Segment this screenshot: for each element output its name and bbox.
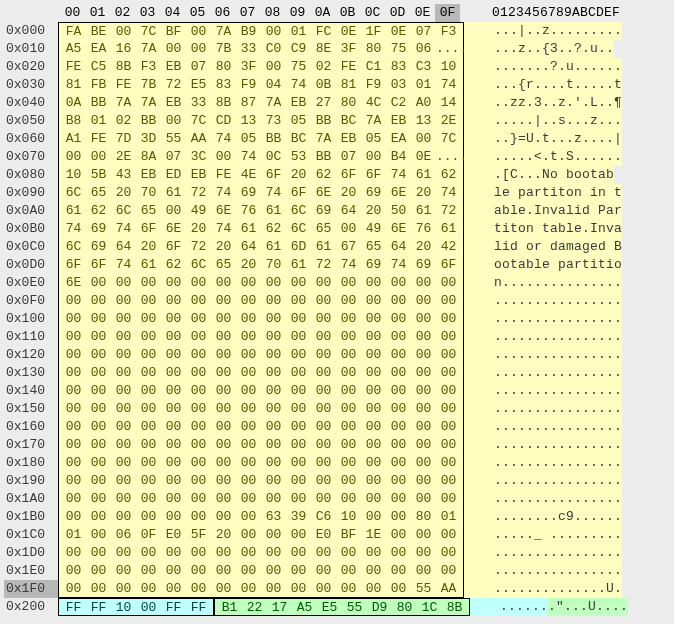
hex-byte[interactable]: 00 bbox=[386, 364, 411, 382]
hex-byte[interactable]: 61 bbox=[411, 202, 436, 220]
hex-byte[interactable]: 6C bbox=[111, 202, 136, 220]
hex-byte[interactable]: 00 bbox=[111, 364, 136, 382]
hex-byte[interactable]: AA bbox=[186, 130, 211, 148]
hex-bytes[interactable]: 00000000000000000000000000000000 bbox=[58, 472, 464, 490]
offset-cell[interactable]: 0x070 bbox=[4, 148, 58, 166]
hex-byte[interactable]: 00 bbox=[186, 490, 211, 508]
hex-byte[interactable]: 00 bbox=[61, 454, 86, 472]
hex-byte[interactable]: C0 bbox=[261, 40, 286, 58]
hex-byte[interactable]: B4 bbox=[386, 148, 411, 166]
hex-bytes[interactable]: 00000000000000000000000000000000 bbox=[58, 562, 464, 580]
offset-cell[interactable]: 0x0D0 bbox=[4, 256, 58, 274]
hex-byte[interactable]: 67 bbox=[336, 238, 361, 256]
hex-byte[interactable]: 55 bbox=[411, 580, 436, 597]
hex-byte[interactable]: 7C bbox=[436, 130, 461, 148]
hex-byte[interactable]: 72 bbox=[186, 184, 211, 202]
hex-byte[interactable]: 00 bbox=[236, 310, 261, 328]
hex-byte[interactable]: 0F bbox=[136, 526, 161, 544]
hex-byte[interactable]: 10 bbox=[111, 599, 136, 615]
hex-byte[interactable]: 20 bbox=[411, 238, 436, 256]
hex-byte[interactable]: 00 bbox=[286, 310, 311, 328]
col-header[interactable]: 02 bbox=[110, 4, 135, 22]
hex-byte[interactable]: 00 bbox=[436, 274, 461, 292]
hex-byte[interactable]: 7B bbox=[136, 76, 161, 94]
hex-bytes[interactable]: 00000000000000000000000000000000 bbox=[58, 292, 464, 310]
offset-cell[interactable]: 0x0A0 bbox=[4, 202, 58, 220]
hex-byte[interactable]: 00 bbox=[61, 418, 86, 436]
hex-byte[interactable]: 6E bbox=[61, 274, 86, 292]
hex-byte[interactable]: 00 bbox=[86, 526, 111, 544]
hex-byte[interactable]: 55 bbox=[161, 130, 186, 148]
hex-byte[interactable]: 00 bbox=[361, 274, 386, 292]
hex-byte[interactable]: 39 bbox=[286, 508, 311, 526]
hex-byte[interactable]: 00 bbox=[386, 508, 411, 526]
hex-byte[interactable]: 00 bbox=[136, 292, 161, 310]
hex-byte[interactable]: AA bbox=[436, 580, 461, 597]
hex-byte[interactable]: 00 bbox=[411, 526, 436, 544]
hex-byte[interactable]: 00 bbox=[336, 274, 361, 292]
hex-byte[interactable]: 6F bbox=[61, 256, 86, 274]
hex-byte[interactable]: 1F bbox=[361, 23, 386, 40]
hex-byte[interactable]: 65 bbox=[311, 220, 336, 238]
hex-byte[interactable]: 00 bbox=[286, 454, 311, 472]
hex-byte[interactable]: 00 bbox=[261, 328, 286, 346]
hex-byte[interactable]: 76 bbox=[236, 202, 261, 220]
hex-byte[interactable]: 00 bbox=[86, 580, 111, 597]
hex-byte[interactable]: 6C bbox=[61, 184, 86, 202]
hex-byte[interactable]: 00 bbox=[411, 436, 436, 454]
ascii-cell[interactable]: titon table.Inva bbox=[464, 220, 622, 238]
hex-byte[interactable]: 00 bbox=[186, 454, 211, 472]
hex-byte[interactable]: 00 bbox=[336, 490, 361, 508]
hex-byte[interactable]: 00 bbox=[411, 562, 436, 580]
hex-byte[interactable]: 00 bbox=[186, 508, 211, 526]
hex-byte[interactable]: 00 bbox=[161, 112, 186, 130]
hex-byte[interactable]: 61 bbox=[411, 166, 436, 184]
col-header[interactable]: 0E bbox=[410, 4, 435, 22]
hex-byte[interactable]: 00 bbox=[86, 472, 111, 490]
ascii-cell[interactable]: ................ bbox=[464, 364, 622, 382]
hex-byte[interactable]: 00 bbox=[136, 310, 161, 328]
hex-byte[interactable]: 20 bbox=[211, 526, 236, 544]
offset-cell[interactable]: 0x020 bbox=[4, 58, 58, 76]
hex-byte[interactable]: 00 bbox=[161, 202, 186, 220]
hex-byte[interactable]: 75 bbox=[286, 58, 311, 76]
hex-byte[interactable]: 00 bbox=[111, 580, 136, 597]
hex-byte[interactable]: 81 bbox=[336, 76, 361, 94]
hex-byte[interactable]: 3F bbox=[236, 58, 261, 76]
hex-byte[interactable]: D9 bbox=[367, 599, 392, 615]
hex-byte[interactable]: 00 bbox=[186, 328, 211, 346]
hex-byte[interactable]: FE bbox=[86, 130, 111, 148]
ascii-cell[interactable]: ........c9...... bbox=[464, 508, 622, 526]
hex-byte[interactable]: 00 bbox=[311, 436, 336, 454]
hex-byte[interactable]: 00 bbox=[86, 346, 111, 364]
hex-byte[interactable]: 02 bbox=[311, 58, 336, 76]
hex-byte[interactable]: 00 bbox=[111, 310, 136, 328]
offset-cell[interactable]: 0x0B0 bbox=[4, 220, 58, 238]
hex-byte[interactable]: 74 bbox=[111, 256, 136, 274]
hex-byte[interactable]: 00 bbox=[361, 382, 386, 400]
hex-byte[interactable]: 05 bbox=[236, 130, 261, 148]
hex-byte[interactable]: 17 bbox=[267, 599, 292, 615]
col-header[interactable]: 0D bbox=[385, 4, 410, 22]
hex-row[interactable]: 0x1E000000000000000000000000000000000...… bbox=[4, 562, 674, 580]
hex-byte[interactable]: C6 bbox=[311, 508, 336, 526]
hex-byte[interactable]: 00 bbox=[211, 454, 236, 472]
offset-cell[interactable]: 0x1E0 bbox=[4, 562, 58, 580]
hex-byte[interactable]: 00 bbox=[111, 382, 136, 400]
hex-row[interactable]: 0x020FEC58BF3EB07803F007502FEC183C310...… bbox=[4, 58, 674, 76]
hex-byte[interactable]: 72 bbox=[186, 238, 211, 256]
hex-byte[interactable]: 00 bbox=[361, 148, 386, 166]
hex-byte[interactable]: 00 bbox=[111, 562, 136, 580]
hex-byte[interactable]: 61 bbox=[61, 202, 86, 220]
offset-cell[interactable]: 0x130 bbox=[4, 364, 58, 382]
hex-row[interactable]: 0x18000000000000000000000000000000000...… bbox=[4, 454, 674, 472]
hex-byte[interactable]: 00 bbox=[261, 23, 286, 40]
hex-byte[interactable]: 3D bbox=[136, 130, 161, 148]
hex-byte[interactable]: 00 bbox=[436, 292, 461, 310]
hex-byte[interactable]: 00 bbox=[61, 382, 86, 400]
hex-byte[interactable]: 00 bbox=[311, 562, 336, 580]
hex-byte[interactable]: 00 bbox=[86, 562, 111, 580]
ascii-cell[interactable]: ......."...U.... bbox=[470, 598, 628, 616]
ascii-cell[interactable]: ................ bbox=[464, 382, 622, 400]
hex-byte[interactable]: 00 bbox=[436, 364, 461, 382]
